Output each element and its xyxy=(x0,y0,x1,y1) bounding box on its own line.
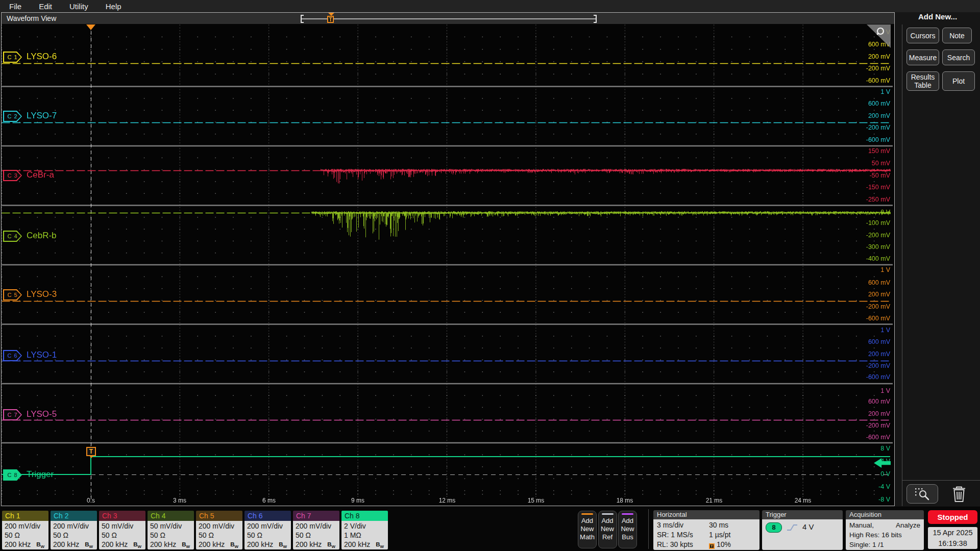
bandwidth-limit-icon: BW xyxy=(376,540,384,549)
record-view-right-bracket xyxy=(594,15,597,23)
add-new-note-button[interactable]: Note xyxy=(942,28,972,43)
channel-impedance: 50 Ω xyxy=(199,531,240,540)
channel-settings-badge-ch3[interactable]: Ch 350 mV/div50 Ω200 kHzBW xyxy=(99,511,145,549)
channel-bandwidth: 200 kHz xyxy=(5,540,31,549)
add-new-ref-button[interactable]: AddNewRef xyxy=(598,511,617,548)
results-bar-frame xyxy=(902,24,980,506)
channel-badge-label: Ch 7 xyxy=(293,511,339,521)
acquisition-panel-title: Acquisition xyxy=(846,510,924,519)
channel-name-c5[interactable]: LYSO-3 xyxy=(27,289,57,299)
record-length: RL: 30 kpts xyxy=(657,540,709,549)
time-label: 16:19:38 xyxy=(928,538,977,549)
channel-scale: 200 mV/div xyxy=(247,521,288,531)
add-new-measure-button[interactable]: Measure xyxy=(906,49,939,65)
channel-badge-label: Ch 3 xyxy=(99,511,145,521)
menu-item-utility[interactable]: Utility xyxy=(69,2,88,11)
settings-bar: Ch 1200 mV/div50 Ω200 kHzBWCh 2200 mV/di… xyxy=(0,507,980,551)
channel-badge-label: Ch 5 xyxy=(196,511,242,521)
sidebar-separator xyxy=(902,480,980,481)
channel-bandwidth: 200 kHz xyxy=(296,540,322,549)
horizontal-scale: 3 ms/div xyxy=(657,520,709,530)
sample-interval: 1 µs/pt xyxy=(709,530,730,540)
trigger-source-badge: 8 xyxy=(766,522,782,533)
acquisition-analyze: Analyze xyxy=(896,520,920,530)
channel-impedance: 1 MΩ xyxy=(344,531,385,540)
bandwidth-limit-icon: BW xyxy=(133,540,141,549)
bandwidth-limit-icon: BW xyxy=(230,540,238,549)
channel-impedance: 50 Ω xyxy=(102,531,143,540)
add-new-math-button[interactable]: AddNewMath xyxy=(578,511,597,548)
record-trigger-position-marker[interactable]: T xyxy=(327,13,335,24)
add-new-title: Add New... xyxy=(895,12,980,21)
channel-settings-badge-ch6[interactable]: Ch 6200 mV/div50 Ω200 kHzBW xyxy=(244,511,291,549)
channel-name-c7[interactable]: LYSO-5 xyxy=(27,409,57,419)
horizontal-window: 30 ms xyxy=(709,520,728,530)
waveform-view-title[interactable]: Waveform View xyxy=(7,14,56,22)
record-view-line xyxy=(301,18,597,19)
channel-name-c6[interactable]: LYSO-1 xyxy=(27,350,57,360)
acquisition-settings-panel[interactable]: Acquisition Manual,Analyze High Res: 16 … xyxy=(846,510,924,550)
horizontal-settings-panel[interactable]: Horizontal 3 ms/div30 ms SR: 1 MS/s1 µs/… xyxy=(653,510,760,550)
add-new-results-table-button[interactable]: Results Table xyxy=(906,71,939,91)
trigger-position-percent: 10% xyxy=(717,540,731,548)
bandwidth-limit-icon: BW xyxy=(85,540,93,549)
channel-name-c8[interactable]: Trigger xyxy=(27,469,54,480)
channel-badge-label: Ch 1 xyxy=(2,511,48,521)
trigger-level: 4 V xyxy=(802,522,814,531)
rising-edge-icon xyxy=(787,523,798,532)
channel-settings-badge-ch4[interactable]: Ch 450 mV/div50 Ω200 kHzBW xyxy=(148,511,194,549)
acquisition-mode: Manual, xyxy=(849,520,874,530)
channel-scale: 200 mV/div xyxy=(199,521,240,531)
channel-scale: 2 V/div xyxy=(344,521,385,531)
date-label: 15 Apr 2025 xyxy=(928,528,977,538)
menu-item-edit[interactable]: Edit xyxy=(39,2,52,11)
button-color-stripe xyxy=(581,513,593,515)
channel-name-c4[interactable]: CebR-b xyxy=(27,231,57,241)
channel-bandwidth: 200 kHz xyxy=(344,540,370,549)
trigger-point-flag-icon[interactable]: T xyxy=(86,447,96,456)
sample-rate: SR: 1 MS/s xyxy=(657,530,709,540)
bandwidth-limit-icon: BW xyxy=(182,540,190,549)
channel-badge-label: Ch 8 xyxy=(341,511,388,521)
waveform-view-panel: Waveform View T xyxy=(1,12,895,506)
channel-scale: 200 mV/div xyxy=(5,521,46,531)
channel-name-c3[interactable]: CeBr-a xyxy=(27,170,54,180)
zoom-mode-button[interactable] xyxy=(906,484,938,504)
channel-settings-badge-ch5[interactable]: Ch 5200 mV/div50 Ω200 kHzBW xyxy=(196,511,242,549)
trigger-position-triangle-icon[interactable] xyxy=(86,24,95,30)
add-new-cursors-button[interactable]: Cursors xyxy=(906,28,939,43)
channel-settings-badge-ch8[interactable]: Ch 82 V/div1 MΩ200 kHzBW xyxy=(341,511,388,549)
record-view-bar[interactable]: T xyxy=(301,15,597,23)
add-new-plot-button[interactable]: Plot xyxy=(942,71,975,91)
trigger-flag-icon: T xyxy=(327,16,334,23)
add-new-search-button[interactable]: Search xyxy=(942,49,975,65)
acquisition-resolution: High Res: 16 bits xyxy=(849,530,920,540)
channel-bandwidth: 200 kHz xyxy=(102,540,128,549)
channel-name-c1[interactable]: LYSO-6 xyxy=(27,52,57,62)
channel-settings-badge-ch7[interactable]: Ch 7200 mV/div50 Ω200 kHzBW xyxy=(293,511,339,549)
channel-badge-label: Ch 6 xyxy=(244,511,291,521)
channel-bandwidth: 200 kHz xyxy=(150,540,176,549)
run-stop-status-button[interactable]: Stopped xyxy=(928,510,977,524)
zoom-select-icon xyxy=(913,487,932,501)
results-bar: Add New... CursorsNoteMeasureSearchResul… xyxy=(895,12,980,506)
add-new-bus-button[interactable]: AddNewBus xyxy=(618,511,637,548)
menu-item-file[interactable]: File xyxy=(9,2,21,11)
button-color-stripe xyxy=(622,513,633,515)
delete-trash-icon[interactable] xyxy=(949,484,969,504)
channel-impedance: 50 Ω xyxy=(247,531,288,540)
datetime-display: 15 Apr 2025 16:19:38 xyxy=(928,527,977,549)
channel-scale: 50 mV/div xyxy=(102,521,143,531)
trigger-settings-panel[interactable]: Trigger 8 4 V xyxy=(762,510,843,550)
menu-item-help[interactable]: Help xyxy=(106,2,121,11)
channel-scale: 200 mV/div xyxy=(296,521,337,531)
bandwidth-limit-icon: BW xyxy=(36,540,44,549)
channel-settings-badge-ch2[interactable]: Ch 2200 mV/div50 Ω200 kHzBW xyxy=(51,511,97,549)
channel-name-c2[interactable]: LYSO-7 xyxy=(27,111,57,121)
waveform-graticule[interactable] xyxy=(2,24,894,506)
waveform-view-tab-bar: Waveform View T xyxy=(2,13,894,24)
bandwidth-limit-icon: BW xyxy=(279,540,287,549)
trigger-position-icon: T xyxy=(709,543,715,549)
channel-settings-badge-ch1[interactable]: Ch 1200 mV/div50 Ω200 kHzBW xyxy=(2,511,48,549)
trigger-panel-title: Trigger xyxy=(762,510,843,519)
